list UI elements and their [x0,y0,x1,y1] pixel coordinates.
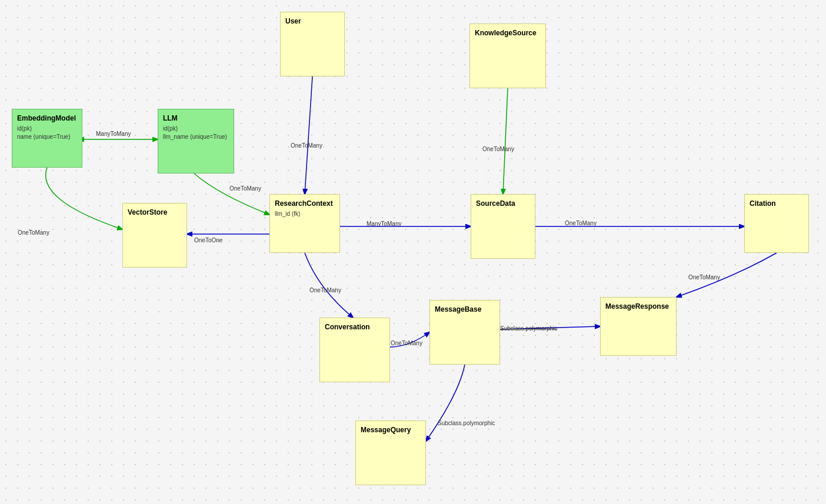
research-context-title: ResearchContext [275,199,335,208]
relation-one-to-many-user-rc: OneToMany [291,142,322,149]
source-data-title: SourceData [476,199,530,208]
relation-subclass-mb-mq: Subclass.polymorphic [438,420,495,426]
relation-one-to-many-rc-conv: OneToMany [309,287,341,293]
relation-one-to-many-sd-cit: OneToMany [565,220,597,226]
conversation-node: Conversation [319,318,390,382]
user-node: User [280,12,345,76]
relation-one-to-many-cit-mr: OneToMany [688,274,720,281]
relation-one-to-one-rc-vs: OneToOne [194,237,222,243]
knowledge-source-node: KnowledgeSource [469,24,546,88]
embedding-model-field-2: name (unique=True) [17,133,77,141]
embedding-model-field-1: id(pk) [17,125,77,133]
svg-line-3 [503,88,508,194]
citation-node: Citation [744,194,809,253]
conversation-title: Conversation [325,323,385,331]
research-context-field-1: llm_id (fk) [275,210,335,218]
svg-line-2 [305,76,312,194]
relation-many-to-many-em-llm: ManyToMany [96,131,131,137]
source-data-node: SourceData [471,194,535,259]
relation-one-to-many-ks-sd: OneToMany [482,146,514,152]
relation-one-to-many-em-vs: OneToMany [18,229,49,236]
relation-one-to-many-llm-rc: OneToMany [229,185,261,192]
message-response-title: MessageResponse [605,302,671,311]
relation-many-to-many-rc-sd: ManyToMany [367,221,401,227]
message-query-node: MessageQuery [355,420,426,485]
llm-field-1: id(pk) [163,125,229,133]
relation-one-to-many-conv-mb: OneToMany [391,340,422,346]
message-query-title: MessageQuery [361,426,421,434]
llm-field-2: llm_name (unique=True) [163,133,229,141]
message-response-node: MessageResponse [600,297,677,356]
message-base-node: MessageBase [429,300,500,365]
citation-title: Citation [750,199,804,208]
vector-store-node: VectorStore [122,203,187,268]
message-base-title: MessageBase [435,305,495,313]
user-node-title: User [285,17,339,25]
relation-subclass-mb-mr: Subclass.polymorphic [500,325,557,332]
knowledge-source-node-title: KnowledgeSource [475,29,541,37]
embedding-model-node: EmbeddingModel id(pk) name (unique=True) [12,109,82,168]
llm-node-title: LLM [163,114,229,122]
vector-store-title: VectorStore [128,208,182,216]
llm-node: LLM id(pk) llm_name (unique=True) [158,109,234,173]
research-context-node: ResearchContext llm_id (fk) [269,194,340,253]
embedding-model-title: EmbeddingModel [17,114,77,122]
